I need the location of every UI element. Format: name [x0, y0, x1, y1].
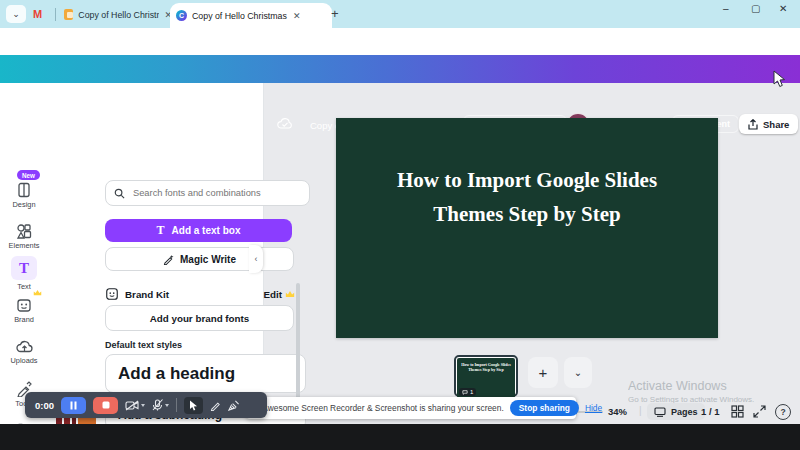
pages-icon — [654, 407, 666, 417]
magic-write-button[interactable]: Magic Write — [105, 247, 294, 271]
canva-header: File Resize Editing Copy of Hello Christ… — [0, 55, 800, 83]
expand-pages-button[interactable]: ⌄ — [564, 357, 592, 388]
font-search-box[interactable] — [105, 180, 310, 206]
camera-off-icon — [125, 400, 139, 411]
default-text-styles-heading: Default text styles — [105, 340, 182, 350]
panel-scrollbar[interactable] — [296, 283, 300, 415]
screen-sharing-banner: ‖ Awesome Screen Recorder & Screenshot i… — [246, 397, 576, 419]
magic-pen-icon — [163, 254, 174, 265]
tab-inactive[interactable]: Copy of Hello Christmas Presen ✕ — [58, 4, 178, 25]
magic-write-label: Magic Write — [180, 254, 236, 265]
page-thumbnail-preview: How to Import Google Slides Themes Step … — [457, 358, 515, 398]
chevron-down-icon — [141, 404, 145, 407]
share-upload-icon — [748, 119, 758, 130]
slides-favicon-icon — [64, 9, 73, 20]
grid-view-icon[interactable] — [731, 405, 744, 418]
text-t-icon: T — [157, 223, 165, 238]
add-text-box-label: Add a text box — [172, 225, 241, 236]
text-panel: T Add a text box Magic Write Brand Kit E… — [48, 83, 264, 424]
chevron-down-icon: ⌄ — [12, 9, 20, 19]
comment-bubble-icon — [462, 390, 468, 395]
tab-active[interactable]: C Copy of Hello Christmas Presen ✕ — [170, 3, 332, 28]
panel-collapse-button[interactable]: ‹ — [249, 245, 263, 273]
windows-taskbar: 32°C Sunny ⌃ 11:54 AM 10/20/2025 1 — [0, 424, 800, 450]
add-brand-fonts-button[interactable]: Add your brand fonts — [105, 305, 294, 331]
mic-toggle[interactable] — [152, 399, 169, 411]
draw-pencil-tool[interactable] — [210, 400, 221, 411]
pause-icon — [70, 401, 77, 410]
canva-favicon-icon: C — [176, 10, 187, 21]
gmail-pinned-tab[interactable]: M — [33, 8, 42, 20]
screen-recorder-toolbar: 0:00 — [25, 392, 267, 418]
browser-tab-strip: ⌄ M Copy of Hello Christmas Presen ✕ C C… — [0, 0, 800, 28]
add-text-box-button[interactable]: T Add a text box — [105, 219, 292, 242]
new-badge: New — [17, 170, 40, 180]
window-maximize-button[interactable]: ▢ — [751, 3, 760, 14]
slide-title-line2: Themes Step by Step — [346, 197, 708, 231]
activate-windows-watermark: Activate Windows Go to Settings to activ… — [628, 379, 754, 404]
upload-cloud-icon — [16, 339, 33, 354]
add-heading-button[interactable]: Add a heading — [105, 354, 306, 393]
statusbar-divider: | — [639, 405, 642, 416]
help-button[interactable]: ? — [775, 404, 791, 420]
sidebar-label: Uploads — [10, 356, 37, 365]
fullscreen-icon[interactable] — [753, 405, 766, 418]
sidebar-label: Text — [17, 282, 31, 291]
tab-separator — [55, 8, 56, 21]
font-search-input[interactable] — [131, 187, 301, 199]
tab-close-icon[interactable]: ✕ — [293, 11, 301, 21]
cursor-arrow-icon — [189, 400, 198, 411]
browser-toolbar: ← → ⟳ canva.com/design/DAG2TQr0zb0/byICJ… — [0, 28, 800, 56]
brand-kit-edit-link[interactable]: Edit — [263, 289, 295, 300]
comment-count-badge[interactable]: 1 — [459, 388, 476, 396]
tab-title: Copy of Hello Christmas Presen — [192, 11, 288, 21]
stop-sharing-button[interactable]: Stop sharing — [510, 400, 579, 416]
search-icon — [114, 188, 125, 199]
design-icon — [16, 182, 32, 198]
sidebar-item-text[interactable]: T Text — [0, 256, 48, 291]
share-button[interactable]: Share — [739, 114, 798, 134]
sidebar-item-design[interactable]: Design — [0, 182, 48, 209]
edit-label: Edit — [263, 289, 282, 300]
elements-icon — [16, 223, 32, 239]
new-tab-button[interactable]: + — [331, 6, 339, 21]
sidebar-item-elements[interactable]: Elements — [0, 223, 48, 250]
cursor-tool-button[interactable] — [184, 397, 203, 414]
sidebar-item-brand[interactable]: Brand — [0, 297, 48, 324]
add-page-button[interactable]: + — [528, 357, 558, 388]
text-icon: T — [11, 256, 37, 280]
thumb-title-line2: Themes Step by Step — [468, 367, 504, 372]
share-label: Share — [763, 119, 789, 130]
brand-kit-label: Brand Kit — [125, 289, 169, 300]
camera-toggle[interactable] — [125, 400, 145, 411]
hide-banner-link[interactable]: Hide — [585, 403, 602, 413]
sidebar-rail: New Design Elements T Text Brand — [0, 83, 49, 424]
partial-icon-fragment — [55, 417, 97, 424]
chevron-down-icon — [165, 404, 169, 407]
pages-label: Pages — [671, 407, 698, 417]
window-minimize-button[interactable]: – — [723, 3, 729, 14]
pause-recording-button[interactable] — [61, 397, 86, 414]
watermark-line1: Activate Windows — [628, 379, 754, 393]
sharing-message: Awesome Screen Recorder & Screenshot is … — [262, 403, 503, 413]
cloud-saved-icon — [277, 117, 293, 130]
mouse-cursor — [772, 70, 786, 88]
slide-title-line1: How to Import Google Slides — [346, 163, 708, 197]
pages-view-button[interactable]: Pages — [647, 403, 705, 420]
stop-recording-button[interactable] — [93, 397, 118, 414]
slide-title-text[interactable]: How to Import Google Slides Themes Step … — [346, 163, 708, 231]
zoom-percentage[interactable]: 34% — [608, 406, 627, 417]
crown-icon — [285, 290, 295, 298]
mic-off-icon — [152, 399, 163, 411]
sidebar-label: Elements — [9, 241, 40, 250]
page-thumbnail[interactable]: How to Import Google Slides Themes Step … — [454, 355, 518, 397]
tab-title: Copy of Hello Christmas Presen — [78, 10, 159, 20]
stop-icon — [102, 401, 110, 409]
window-close-button[interactable]: ✕ — [779, 3, 787, 14]
slide-canvas[interactable]: How to Import Google Slides Themes Step … — [336, 118, 718, 338]
comment-count: 1 — [470, 389, 473, 395]
sidebar-label: Design — [12, 200, 35, 209]
eraser-broom-tool[interactable] — [228, 400, 240, 411]
sidebar-item-uploads[interactable]: Uploads — [0, 339, 48, 365]
tab-search-button[interactable]: ⌄ — [6, 5, 26, 23]
